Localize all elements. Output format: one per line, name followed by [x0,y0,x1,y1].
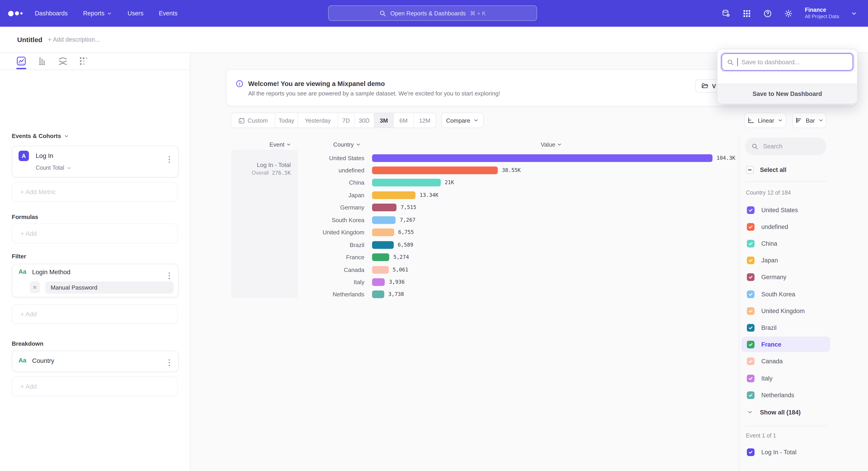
bar-category-united-kingdom[interactable]: United Kingdom [300,229,364,236]
project-switcher[interactable]: Finance All Project Data [805,7,839,20]
checkbox-united-states[interactable] [747,206,754,214]
checkbox-united-kingdom[interactable] [747,307,754,315]
save-dashboard-input[interactable] [741,58,841,66]
filter-property-name[interactable]: Login Method [32,268,70,275]
legend-row-highlight[interactable] [741,336,830,352]
range-7d[interactable]: 7D [338,113,354,127]
column-header-country[interactable]: Country [333,141,361,148]
compare-button[interactable]: Compare [441,113,484,128]
checkbox-undefined[interactable] [747,223,754,231]
range-6m[interactable]: 6M [394,113,414,127]
column-header-event[interactable]: Event [270,141,291,148]
add-formula-button[interactable]: + Add [12,224,178,243]
checkbox-south-korea[interactable] [747,290,754,298]
select-all-checkbox[interactable] [746,166,754,174]
bar-category-china[interactable]: China [300,179,364,187]
nav-item-users[interactable]: Users [127,10,144,17]
global-search-button[interactable]: Open Reports & Dashboards ⌘ + K [328,5,537,21]
bar-category-undefined[interactable]: undefined [300,167,364,174]
tab-flows[interactable] [58,56,68,66]
bar-brazil[interactable] [372,241,394,248]
bar-category-south-korea[interactable]: South Korea [300,216,364,224]
bar-category-france[interactable]: France [300,254,364,261]
legend-label-south-korea[interactable]: South Korea [761,290,795,298]
tab-retention[interactable] [79,56,89,66]
metric-card-log-in[interactable]: A Log In Count Total [12,146,179,177]
bar-france[interactable] [372,254,389,261]
nav-item-events[interactable]: Events [159,10,178,17]
bar-category-netherlands[interactable]: Netherlands [300,291,364,298]
bar-category-united-states[interactable]: United States [300,154,364,162]
event-series-panel[interactable]: Log In - Total Overall 276.5K [231,150,298,298]
bar-germany[interactable] [372,204,397,211]
add-description-field[interactable]: + Add description... [48,36,100,43]
add-filter-button[interactable]: + Add [12,304,178,324]
breakdown-card-country[interactable]: Aa Country [12,351,179,372]
checkbox-brazil[interactable] [747,324,754,331]
bar-category-brazil[interactable]: Brazil [300,241,364,248]
metric-event-name[interactable]: Log In [36,152,53,159]
checkbox-china[interactable] [747,240,754,247]
tab-funnels[interactable] [37,56,47,66]
checkbox-japan[interactable] [747,256,754,264]
range-30d[interactable]: 30D [354,113,374,127]
legend-label-log-in-total[interactable]: Log In - Total [761,448,797,456]
mixpanel-logo[interactable] [8,0,23,27]
range-12m[interactable]: 12M [414,113,436,127]
bar-canada[interactable] [372,266,389,273]
add-metric-button[interactable]: + Add Metric [12,182,178,202]
filter-options-kebab[interactable] [167,271,172,281]
legend-label-brazil[interactable]: Brazil [761,324,777,331]
legend-label-united-kingdom[interactable]: United Kingdom [761,307,805,315]
bar-netherlands[interactable] [372,291,384,298]
help-icon[interactable] [763,9,772,18]
checkbox-canada[interactable] [747,357,754,365]
range-3m[interactable]: 3M [374,113,394,127]
chevron-down-icon[interactable] [851,10,857,17]
filter-value-field[interactable]: Manual Password [45,282,174,294]
nav-item-reports[interactable]: Reports [83,10,112,17]
filter-card-login-method[interactable]: Aa Login Method = Manual Password [12,264,179,297]
bar-south-korea[interactable] [372,216,396,224]
bar-japan[interactable] [372,192,416,199]
legend-label-france[interactable]: France [761,341,781,348]
save-to-new-dashboard-button[interactable]: Save to New Dashboard [717,84,857,104]
aggregation-selector[interactable]: Count Total [36,165,71,171]
legend-label-united-states[interactable]: United States [761,206,798,214]
checkbox-italy[interactable] [747,374,754,382]
chevron-down-icon[interactable] [64,133,69,139]
bar-china[interactable] [372,179,440,187]
checkbox-log-in-total[interactable] [747,448,754,456]
breakdown-options-kebab[interactable] [167,357,172,368]
checkbox-france[interactable] [747,341,754,348]
breakdown-property-name[interactable]: Country [32,357,54,364]
data-management-icon[interactable] [721,9,731,18]
range-yesterday[interactable]: Yesterday [298,113,338,127]
add-breakdown-button[interactable]: + Add [12,377,178,396]
legend-label-undefined[interactable]: undefined [761,223,788,231]
bar-italy[interactable] [372,278,385,286]
report-title[interactable]: Untitled [17,36,42,43]
tab-insights[interactable] [16,56,26,66]
legend-label-china[interactable]: China [761,240,777,247]
bar-category-germany[interactable]: Germany [300,204,364,211]
metric-options-kebab[interactable] [167,154,172,165]
bar-united-kingdom[interactable] [372,229,394,236]
settings-gear-icon[interactable] [784,9,793,18]
legend-search[interactable] [745,138,827,155]
legend-label-netherlands[interactable]: Netherlands [761,391,794,399]
checkbox-netherlands[interactable] [747,391,754,399]
chart-type-selector[interactable]: Bar [793,113,827,128]
bar-category-italy[interactable]: Italy [300,278,364,286]
legend-label-canada[interactable]: Canada [761,357,783,365]
apps-grid-icon[interactable] [742,9,751,18]
show-all-button[interactable]: Show all (184) [760,409,801,416]
line-type-selector[interactable]: Linear [744,113,786,128]
range-today[interactable]: Today [275,113,298,127]
chevron-down-icon[interactable] [747,409,753,415]
select-all-label[interactable]: Select all [760,166,786,174]
save-dashboard-search[interactable] [721,53,853,70]
legend-search-input[interactable] [762,143,818,150]
bar-undefined[interactable] [372,167,498,174]
legend-label-germany[interactable]: Germany [761,273,786,281]
